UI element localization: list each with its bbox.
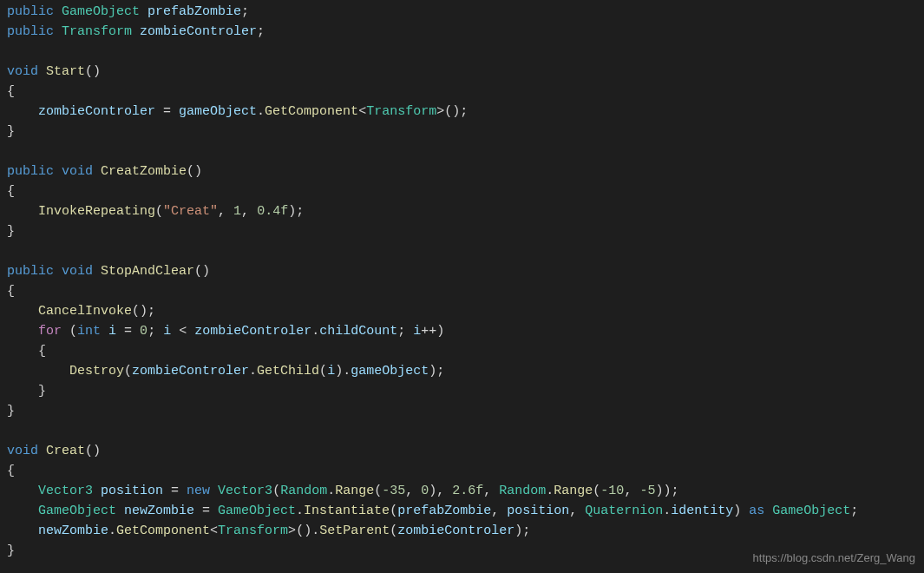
code-line: } [7,401,917,421]
code-line [7,42,917,62]
code-line [7,421,917,441]
code-line: newZombie.GetComponent<Transform>().SetP… [7,521,917,541]
code-line: InvokeRepeating("Creat", 1, 0.4f); [7,201,917,221]
code-line: { [7,181,917,201]
code-line: { [7,461,917,481]
code-line: GameObject newZombie = GameObject.Instan… [7,501,917,521]
code-line: for (int i = 0; i < zombieControler.chil… [7,321,917,341]
code-line: CancelInvoke(); [7,301,917,321]
code-editor[interactable]: public GameObject prefabZombie; public T… [7,2,917,561]
code-line: public GameObject prefabZombie; [7,2,917,22]
code-line: public void CreatZombie() [7,161,917,181]
code-line: } [7,221,917,241]
code-line: public Transform zombieControler; [7,22,917,42]
code-line: zombieControler = gameObject.GetComponen… [7,102,917,122]
code-line: void Start() [7,62,917,82]
code-line: { [7,341,917,361]
code-line: { [7,82,917,102]
code-line [7,241,917,261]
code-line: Vector3 position = new Vector3(Random.Ra… [7,481,917,501]
code-line [7,142,917,161]
code-line: } [7,122,917,142]
code-line: void Creat() [7,441,917,461]
code-line: Destroy(zombieControler.GetChild(i).game… [7,361,917,381]
watermark-text: https://blog.csdn.net/Zerg_Wang [753,548,915,568]
code-line: } [7,381,917,401]
code-line: public void StopAndClear() [7,261,917,281]
code-line: { [7,281,917,301]
